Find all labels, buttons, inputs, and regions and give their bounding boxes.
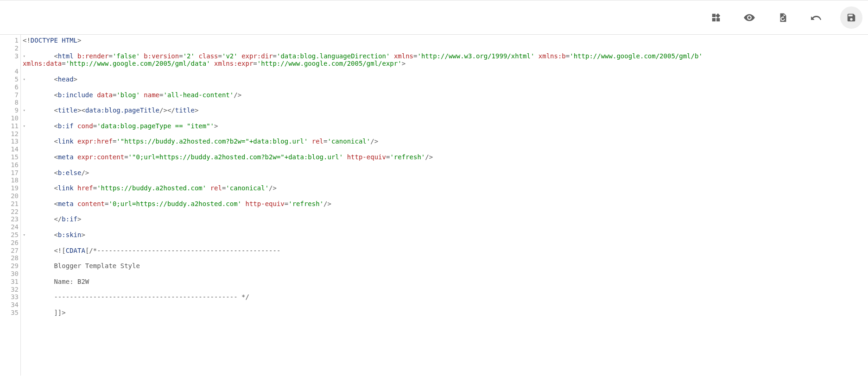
code-area[interactable]: <!DOCTYPE HTML> <html b:render='false' b… <box>21 35 868 376</box>
line-number: 2 <box>0 44 20 52</box>
line-number: 19 <box>0 184 20 192</box>
line-number: 30 <box>0 270 20 278</box>
line-number: 34 <box>0 301 20 309</box>
line-number: 7 <box>0 91 20 99</box>
line-number: 24 <box>0 223 20 231</box>
line-number: 28 <box>0 254 20 262</box>
code-line[interactable]: ]]> <box>23 309 868 317</box>
code-line[interactable] <box>23 145 868 153</box>
line-number: 35 <box>0 309 20 317</box>
code-line[interactable]: <link expr:href='"https://buddy.a2hosted… <box>23 138 868 145</box>
code-line[interactable]: <b:include data='blog' name='all-head-co… <box>23 91 868 99</box>
line-number: 32 <box>0 286 20 294</box>
line-number: 22 <box>0 208 20 216</box>
code-line[interactable] <box>23 44 868 52</box>
line-number: 31 <box>0 278 20 286</box>
restore-icon <box>778 13 788 23</box>
widgets-icon <box>711 13 721 23</box>
code-line[interactable]: <meta expr:content='"0;url=https://buddy… <box>23 153 868 161</box>
code-line[interactable]: <b:else/> <box>23 169 868 177</box>
code-line[interactable]: Name: B2W <box>23 278 868 286</box>
line-number: 13 <box>0 138 20 145</box>
line-number: 5 <box>0 75 20 83</box>
code-line[interactable]: Blogger Template Style <box>23 262 868 270</box>
code-line[interactable]: <head> <box>23 75 868 83</box>
code-line[interactable]: <meta content='0;url=https://buddy.a2hos… <box>23 200 868 208</box>
undo-icon <box>811 12 822 23</box>
line-number: 6 <box>0 83 20 91</box>
code-line[interactable] <box>23 192 868 200</box>
line-number: 12 <box>0 130 20 138</box>
line-number: 33 <box>0 293 20 301</box>
code-line[interactable] <box>23 161 868 169</box>
toolbar <box>0 0 868 35</box>
code-line[interactable]: xmlns:data='http://www.google.com/2005/g… <box>23 60 868 68</box>
code-line[interactable]: <!DOCTYPE HTML> <box>23 37 868 44</box>
line-number: 8 <box>0 99 20 107</box>
code-line[interactable] <box>23 208 868 216</box>
line-number: 14 <box>0 145 20 153</box>
code-line[interactable]: <link href='https://buddy.a2hosted.com' … <box>23 184 868 192</box>
code-line[interactable]: <html b:render='false' b:version='2' cla… <box>23 52 868 60</box>
line-number: 3 <box>0 52 20 60</box>
code-line[interactable]: <![CDATA[/*-----------------------------… <box>23 247 868 255</box>
line-number: 11 <box>0 122 20 130</box>
line-number: 1 <box>0 37 20 44</box>
code-line[interactable] <box>23 176 868 184</box>
code-line[interactable]: <b:if cond='data:blog.pageType == "item"… <box>23 122 868 130</box>
save-button[interactable] <box>840 6 862 29</box>
widgets-button[interactable] <box>705 6 727 29</box>
preview-icon <box>743 12 755 24</box>
code-editor[interactable]: 1234567891011121314151617181920212223242… <box>0 35 868 376</box>
code-line[interactable]: <title><data:blog.pageTitle/></title> <box>23 107 868 114</box>
code-line[interactable] <box>23 239 868 247</box>
code-line[interactable]: ----------------------------------------… <box>23 293 868 301</box>
line-number: 26 <box>0 239 20 247</box>
line-number: 10 <box>0 114 20 122</box>
restore-button[interactable] <box>772 6 794 29</box>
line-number: 29 <box>0 262 20 270</box>
line-number: 25 <box>0 231 20 239</box>
code-line[interactable]: <b:skin> <box>23 231 868 239</box>
line-number: 17 <box>0 169 20 177</box>
line-number: 4 <box>0 68 20 75</box>
code-line[interactable] <box>23 254 868 262</box>
code-line[interactable] <box>23 114 868 122</box>
code-line[interactable] <box>23 301 868 309</box>
line-number: 16 <box>0 161 20 169</box>
code-line[interactable] <box>23 99 868 107</box>
code-line[interactable] <box>23 286 868 294</box>
code-line[interactable]: </b:if> <box>23 215 868 223</box>
save-icon <box>846 13 856 23</box>
line-number: 23 <box>0 215 20 223</box>
gutter: 1234567891011121314151617181920212223242… <box>0 35 21 376</box>
line-number: 15 <box>0 153 20 161</box>
line-number: 20 <box>0 192 20 200</box>
code-line[interactable] <box>23 223 868 231</box>
preview-button[interactable] <box>738 6 760 29</box>
line-number: 27 <box>0 247 20 255</box>
undo-button[interactable] <box>805 6 827 29</box>
code-line[interactable] <box>23 130 868 138</box>
code-line[interactable] <box>23 68 868 75</box>
line-number: 18 <box>0 176 20 184</box>
code-line[interactable] <box>23 270 868 278</box>
code-line[interactable] <box>23 83 868 91</box>
line-number: 21 <box>0 200 20 208</box>
line-number: 9 <box>0 107 20 114</box>
line-number <box>0 60 20 68</box>
